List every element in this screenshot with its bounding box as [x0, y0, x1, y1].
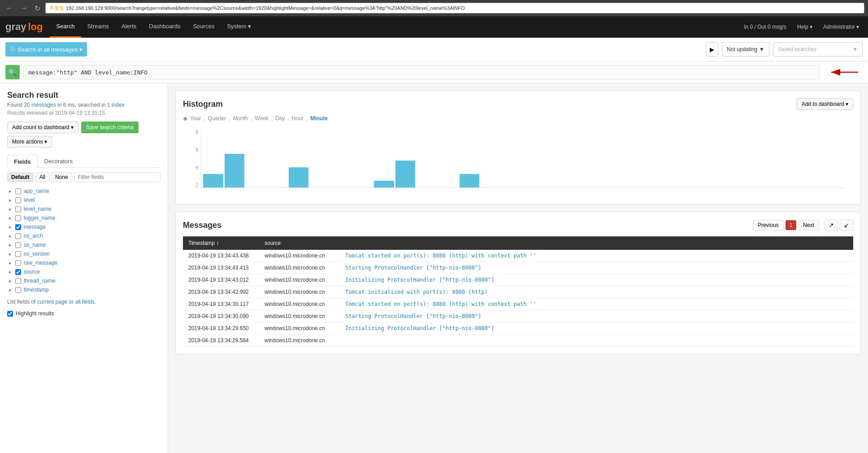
expand-icon[interactable]: ►: [8, 287, 13, 292]
list-fields-info: List fields of current page or all field…: [7, 299, 161, 305]
admin-menu[interactable]: Administrator ▾: [820, 16, 863, 38]
table-row[interactable]: 2019-04-19 13:34:43.012 windows10.microd…: [183, 274, 853, 286]
highlight-checkbox[interactable]: [7, 311, 13, 317]
nav-search[interactable]: Search: [50, 16, 81, 38]
msg-text-3[interactable]: Tomcat initialized with port(s): 8080 (h…: [340, 286, 853, 298]
play-button[interactable]: ▶: [706, 42, 718, 57]
field-checkbox-message[interactable]: [15, 224, 21, 230]
field-checkbox-logger-name[interactable]: [15, 215, 21, 221]
time-year[interactable]: Year: [190, 115, 201, 122]
current-page-link[interactable]: current page: [37, 299, 67, 305]
tab-decorators[interactable]: Decorators: [38, 155, 80, 167]
field-checkbox-timestamp[interactable]: [15, 287, 21, 293]
reload-button[interactable]: ↻: [32, 3, 43, 13]
expand-icon[interactable]: ►: [8, 270, 13, 274]
field-checkbox-level-name[interactable]: [15, 206, 21, 212]
field-checkbox-os-arch[interactable]: [15, 233, 21, 239]
nav-system[interactable]: System ▾: [221, 16, 257, 38]
all-fields-link[interactable]: all fields: [75, 299, 94, 305]
expand-icon[interactable]: ►: [8, 261, 13, 266]
field-name-level[interactable]: level: [24, 197, 35, 203]
field-name-level-name[interactable]: level_name: [24, 206, 51, 212]
msg-text-5[interactable]: Starting ProtocolHandler ["http-nio-8080…: [340, 310, 853, 322]
url-bar[interactable]: 不安全 192.168.190.129:9000/search?rangetyp…: [45, 3, 864, 13]
msg-text-6[interactable]: Initializing ProtocolHandler ["http-nio-…: [340, 322, 853, 335]
filter-none-button[interactable]: None: [51, 172, 72, 182]
expand-icon-button[interactable]: ↗: [825, 219, 838, 231]
query-input[interactable]: [23, 65, 820, 79]
field-name-thread-name[interactable]: thread_name: [24, 278, 56, 284]
expand-icon[interactable]: ►: [8, 198, 13, 203]
table-row[interactable]: 2019-04-19 13:34:30.090 windows10.microd…: [183, 310, 853, 322]
more-actions-button[interactable]: More actions ▾: [7, 136, 52, 148]
save-search-criteria-button[interactable]: Save search criteria: [81, 122, 139, 133]
back-button[interactable]: ←: [4, 3, 15, 13]
field-checkbox-source[interactable]: [15, 269, 21, 275]
next-button[interactable]: Next: [798, 220, 819, 231]
time-hour[interactable]: Hour: [292, 115, 304, 122]
table-row[interactable]: 2019-04-19 13:34:29.650 windows10.microd…: [183, 322, 853, 335]
msg-text-1[interactable]: Starting ProtocolHandler ["http-nio-8080…: [340, 262, 853, 274]
field-name-message[interactable]: message: [24, 224, 46, 230]
field-name-raw-message[interactable]: raw_message: [24, 260, 57, 266]
time-month[interactable]: Month: [233, 115, 248, 122]
field-name-os-arch[interactable]: os_arch: [24, 233, 43, 239]
bar-15: [524, 187, 544, 187]
field-filter-input[interactable]: [74, 172, 161, 182]
expand-icon[interactable]: ►: [8, 216, 13, 221]
field-checkbox-raw-message[interactable]: [15, 260, 21, 266]
add-to-dashboard-button[interactable]: Add to dashboard ▾: [797, 98, 853, 110]
field-name-os-name[interactable]: os_name: [24, 242, 46, 248]
field-checkbox-level[interactable]: [15, 197, 21, 203]
collapse-icon-button[interactable]: ↙: [840, 219, 853, 231]
expand-icon[interactable]: ►: [8, 207, 13, 212]
time-day[interactable]: Day: [275, 115, 285, 122]
field-name-os-version[interactable]: os_version: [24, 251, 50, 257]
table-row[interactable]: 2019-04-19 13:34:42.992 windows10.microd…: [183, 286, 853, 298]
message-count-link[interactable]: 20 messages: [24, 102, 56, 108]
nav-sources[interactable]: Sources: [187, 16, 221, 38]
table-row[interactable]: 2019-04-19 13:34:43.438 windows10.microd…: [183, 250, 853, 262]
previous-button[interactable]: Previous: [753, 220, 784, 231]
table-row[interactable]: 2019-04-19 13:34:43.413 windows10.microd…: [183, 262, 853, 274]
field-name-logger-name[interactable]: logger_name: [24, 215, 55, 221]
filter-default-button[interactable]: Default: [7, 172, 34, 182]
expand-icon[interactable]: ►: [8, 189, 13, 194]
expand-icon[interactable]: ►: [8, 252, 13, 257]
expand-icon[interactable]: ►: [8, 234, 13, 239]
time-minute[interactable]: Minute: [310, 115, 328, 122]
field-name-source[interactable]: source: [24, 269, 40, 275]
table-row[interactable]: 2019-04-19 13:34:29.584 windows10.microd…: [183, 335, 853, 347]
saved-searches-dropdown[interactable]: Saved searches ▼: [773, 42, 863, 57]
filter-all-button[interactable]: All: [35, 172, 49, 182]
time-quarter[interactable]: Quarter: [208, 115, 226, 122]
msg-text-7[interactable]: [340, 335, 853, 347]
not-updating-dropdown[interactable]: Not updating ▼: [722, 42, 769, 57]
field-checkbox-app-name[interactable]: [15, 188, 21, 194]
add-count-dashboard-button[interactable]: Add count to dashboard ▾: [7, 122, 78, 133]
nav-dashboards[interactable]: Dashboards: [143, 16, 187, 38]
search-execute-button[interactable]: 🔍: [5, 65, 20, 79]
nav-streams[interactable]: Streams: [81, 16, 115, 38]
msg-text-4[interactable]: Tomcat started on port(s): 8080 (http) w…: [340, 298, 853, 310]
field-checkbox-os-name[interactable]: [15, 242, 21, 248]
help-menu[interactable]: Help ▾: [794, 16, 816, 38]
index-link[interactable]: 1 index: [107, 102, 125, 108]
field-checkbox-os-version[interactable]: [15, 251, 21, 257]
msg-text-0[interactable]: Tomcat started on port(s): 8080 (http) w…: [340, 250, 853, 262]
time-week[interactable]: Week: [255, 115, 268, 122]
current-page-button[interactable]: 1: [786, 220, 797, 230]
expand-icon[interactable]: ►: [8, 243, 13, 248]
nav-alerts[interactable]: Alerts: [115, 16, 143, 38]
nav-right: In 0 / Out 0 msg/s Help ▾ Administrator …: [740, 16, 863, 38]
expand-icon[interactable]: ►: [8, 225, 13, 230]
msg-text-2[interactable]: Initializing ProtocolHandler ["http-nio-…: [340, 274, 853, 286]
field-name-app-name[interactable]: app_name: [24, 188, 49, 194]
table-row[interactable]: 2019-04-19 13:34:30.117 windows10.microd…: [183, 298, 853, 310]
field-checkbox-thread-name[interactable]: [15, 278, 21, 284]
forward-button[interactable]: →: [18, 3, 30, 13]
search-type-button[interactable]: ☉ Search in all messages ▾: [5, 42, 87, 57]
field-name-timestamp[interactable]: timestamp: [24, 287, 48, 293]
expand-icon[interactable]: ►: [8, 279, 13, 283]
tab-fields[interactable]: Fields: [7, 155, 38, 168]
